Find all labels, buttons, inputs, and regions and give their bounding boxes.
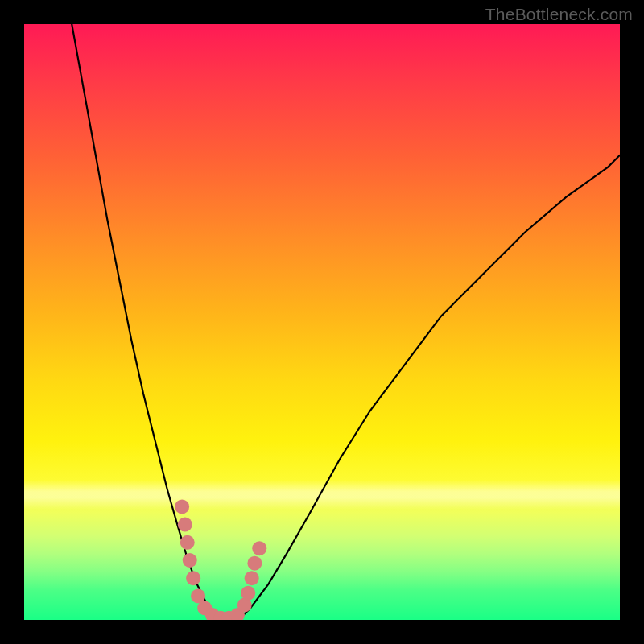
marker-dot bbox=[178, 518, 192, 532]
marker-dot bbox=[247, 556, 262, 571]
line-series-group bbox=[72, 24, 620, 620]
series-left-curve bbox=[72, 24, 217, 620]
watermark-text: TheBottleneck.com bbox=[485, 5, 633, 24]
chart-frame: TheBottleneck.com bbox=[0, 0, 644, 644]
marker-dot bbox=[186, 571, 200, 585]
marker-dot bbox=[175, 499, 189, 514]
marker-dot bbox=[183, 553, 197, 568]
series-right-curve bbox=[238, 155, 620, 620]
valley-markers-group bbox=[175, 499, 266, 620]
chart-svg bbox=[24, 24, 620, 620]
marker-dot bbox=[252, 541, 266, 555]
plot-area bbox=[24, 24, 620, 620]
marker-dot bbox=[245, 571, 259, 585]
marker-dot bbox=[241, 586, 255, 601]
marker-dot bbox=[180, 535, 195, 550]
